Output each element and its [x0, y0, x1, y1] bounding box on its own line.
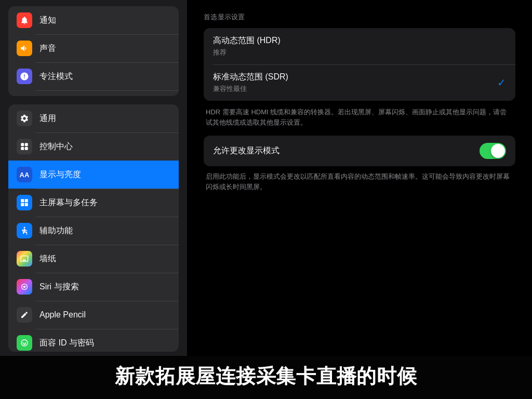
hdr-option[interactable]: 高动态范围 (HDR) 推荐 [204, 28, 515, 64]
home-screen-icon [17, 195, 32, 210]
sdr-option[interactable]: 标准动态范围 (SDR) 兼容性最佳 ✓ [204, 64, 515, 101]
wallpaper-icon [17, 251, 32, 267]
sidebar-item-display[interactable]: AA 显示与亮度 [8, 161, 179, 189]
subtitle-text: 新款拓展屋连接采集卡直播的时候 [10, 363, 522, 390]
sidebar-item-control-center[interactable]: 控制中心 [8, 132, 179, 161]
content-area: 首选显示设置 高动态范围 (HDR) 推荐 标准动态范围 (SDR) 兼容性最佳… [187, 0, 532, 356]
sidebar-item-apple-pencil[interactable]: Apple Pencil [8, 301, 179, 329]
siri-icon [17, 279, 32, 295]
main-layout: 通知 声音 专注模式 屏幕使用时间 [0, 0, 532, 356]
sidebar-item-screentime[interactable]: 屏幕使用时间 [8, 90, 179, 96]
sound-icon [17, 41, 32, 56]
sdr-label: 标准动态范围 (SDR) [213, 72, 506, 83]
section-title: 首选显示设置 [204, 12, 515, 22]
subtitle-banner: 新款拓展屋连接采集卡直播的时候 [0, 356, 532, 399]
sidebar-label-face-id: 面容 ID 与密码 [39, 338, 94, 349]
sidebar: 通知 声音 专注模式 屏幕使用时间 [0, 0, 187, 356]
sidebar-label-accessibility: 辅助功能 [39, 225, 73, 236]
svg-rect-0 [21, 143, 24, 146]
toggle-row: 允许更改显示模式 [204, 136, 515, 166]
sidebar-label-general: 通用 [39, 113, 56, 124]
hdr-label: 高动态范围 (HDR) [213, 35, 506, 46]
sidebar-label-notification: 通知 [39, 15, 56, 26]
sidebar-item-notification[interactable]: 通知 [8, 6, 179, 34]
sidebar-item-face-id[interactable]: 面容 ID 与密码 [8, 329, 179, 352]
focus-icon [17, 69, 32, 84]
sdr-sub: 兼容性最佳 [213, 84, 506, 94]
sidebar-item-wallpaper[interactable]: 墙纸 [8, 245, 179, 273]
svg-rect-2 [21, 147, 24, 150]
sidebar-item-home-screen[interactable]: 主屏幕与多任务 [8, 189, 179, 217]
control-center-icon [17, 139, 32, 154]
sidebar-item-focus[interactable]: 专注模式 [8, 62, 179, 90]
svg-rect-1 [25, 143, 28, 146]
sidebar-item-sound[interactable]: 声音 [8, 34, 179, 62]
toggle-switch[interactable] [480, 143, 506, 159]
hdr-description: HDR 需要高速 HDMI 线缆和兼容的转换器。若出现黑屏、屏幕闪烁、画面静止或… [206, 107, 513, 127]
sidebar-label-focus: 专注模式 [39, 71, 73, 82]
display-options-group: 高动态范围 (HDR) 推荐 标准动态范围 (SDR) 兼容性最佳 ✓ [204, 28, 515, 101]
sidebar-label-apple-pencil: Apple Pencil [39, 310, 86, 320]
sidebar-label-home-screen: 主屏幕与多任务 [39, 197, 98, 208]
sidebar-label-display: 显示与亮度 [39, 169, 81, 180]
sidebar-item-siri[interactable]: Siri 与搜索 [8, 273, 179, 301]
apple-pencil-icon [17, 307, 32, 323]
face-id-icon [17, 335, 32, 351]
sidebar-label-wallpaper: 墙纸 [39, 254, 56, 264]
sidebar-item-accessibility[interactable]: 辅助功能 [8, 217, 179, 245]
display-icon: AA [17, 167, 32, 182]
sidebar-top-group: 通知 声音 专注模式 屏幕使用时间 [8, 6, 179, 96]
notification-icon [17, 12, 32, 28]
sidebar-mid-group: 通用 控制中心 AA 显示与亮度 主屏幕与多任务 [8, 104, 179, 352]
svg-rect-3 [25, 147, 28, 150]
general-icon [17, 111, 32, 126]
sidebar-label-control-center: 控制中心 [39, 141, 73, 152]
sidebar-label-sound: 声音 [39, 43, 56, 54]
toggle-label: 允许更改显示模式 [213, 145, 280, 156]
sdr-checkmark: ✓ [497, 76, 506, 89]
accessibility-icon [17, 223, 32, 238]
hdr-sub: 推荐 [213, 48, 506, 57]
sidebar-label-siri: Siri 与搜索 [39, 282, 79, 292]
svg-point-4 [24, 227, 25, 229]
toggle-description: 启用此功能后，显示模式会更改以匹配所直看内容的动态范围和帧速率。这可能会导致内容… [206, 171, 513, 192]
sidebar-item-general[interactable]: 通用 [8, 104, 179, 132]
